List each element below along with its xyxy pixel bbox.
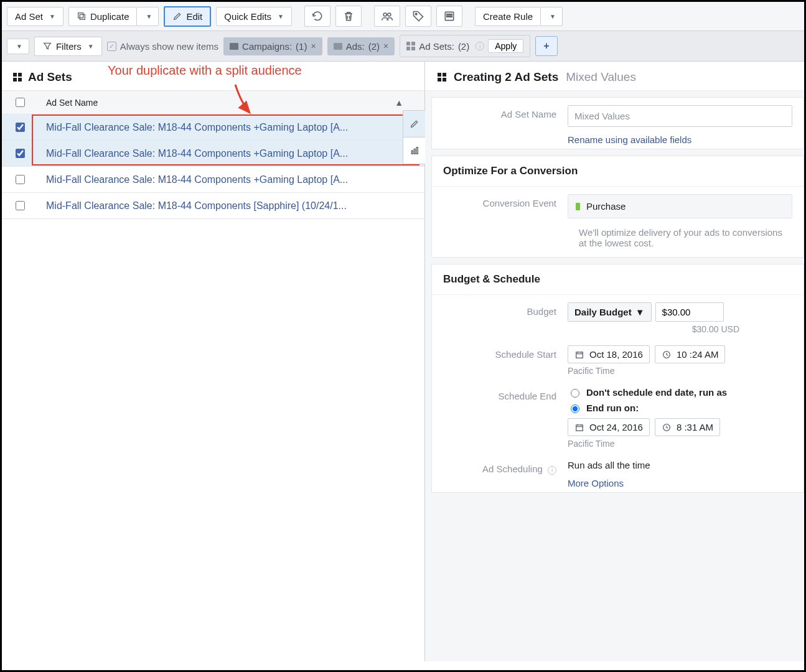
- filter-ads-count: (2): [368, 41, 380, 52]
- bar-chart-icon: [410, 146, 419, 156]
- calendar-icon: [574, 422, 584, 432]
- budget-type-value: Daily Budget: [574, 307, 632, 317]
- edit-button[interactable]: Edit: [164, 6, 211, 27]
- row-checkbox[interactable]: [16, 123, 25, 132]
- schedule-end-label: Schedule End: [443, 387, 568, 401]
- row-checkbox[interactable]: [16, 201, 25, 210]
- budget-section-title: Budget & Schedule: [432, 264, 804, 295]
- svg-point-4: [415, 13, 417, 15]
- checkmark-icon: ✓: [107, 42, 116, 51]
- chevron-down-icon: ▼: [49, 13, 55, 20]
- table-row[interactable]: Mid-Fall Clearance Sale: M18-44 Componen…: [2, 167, 424, 193]
- adset-dropdown[interactable]: Ad Set ▼: [7, 7, 63, 26]
- schedule-start-date[interactable]: Oct 18, 2016: [568, 345, 650, 363]
- add-filter-button[interactable]: +: [535, 36, 557, 56]
- radio-dont-schedule[interactable]: [571, 389, 579, 398]
- duplicate-label: Duplicate: [90, 11, 129, 22]
- chevron-down-icon: ▼: [16, 43, 22, 50]
- adset-link[interactable]: Mid-Fall Clearance Sale: M18-44 Componen…: [46, 148, 348, 159]
- budget-label: Budget: [443, 302, 568, 317]
- schedule-start-time-value: 10 :24 AM: [677, 349, 719, 360]
- duplicate-icon: [77, 11, 87, 21]
- side-tab-chart[interactable]: [403, 137, 425, 164]
- conversion-value: Purchase: [586, 201, 626, 212]
- table-row[interactable]: Mid-Fall Clearance Sale: M18-44 Componen…: [2, 141, 424, 167]
- col-name-header[interactable]: Ad Set Name: [46, 98, 98, 108]
- end-option-run[interactable]: End run on:: [568, 403, 792, 413]
- filter-campaigns-label: Campaigns:: [242, 41, 292, 52]
- duplicate-dropdown[interactable]: ▼: [137, 7, 159, 26]
- form-row-schedule-start: Schedule Start Oct 18, 2016 10 :24 AM: [432, 338, 804, 380]
- filters-button[interactable]: Filters ▼: [34, 37, 102, 56]
- panel-title: Creating 2 Ad Sets: [454, 70, 558, 84]
- schedule-start-time[interactable]: 10 :24 AM: [655, 345, 726, 363]
- schedule-end-date[interactable]: Oct 24, 2016: [568, 418, 650, 436]
- window-frame: Ad Set ▼ Duplicate ▼ Edit Quick Edits ▼: [0, 0, 806, 672]
- calendar-icon: [574, 350, 584, 360]
- close-icon[interactable]: ×: [383, 41, 388, 51]
- grid-icon: [13, 73, 22, 82]
- filter-pill-ads[interactable]: Ads: (2) ×: [327, 37, 395, 55]
- adset-link[interactable]: Mid-Fall Clearance Sale: M18-44 Componen…: [46, 122, 348, 133]
- sort-asc-icon[interactable]: ▲: [395, 98, 403, 108]
- optimize-section-title: Optimize For a Conversion: [432, 156, 804, 187]
- schedule-end-time[interactable]: 8 :31 AM: [655, 418, 720, 436]
- grid-icon: [438, 73, 446, 82]
- always-show-toggle[interactable]: ✓ Always show new items: [107, 41, 218, 52]
- row-checkbox[interactable]: [16, 175, 25, 184]
- right-pane: Creating 2 Ad Sets Mixed Values Ad Set N…: [425, 62, 804, 661]
- filter-pill-adsets[interactable]: Ad Sets: (2) i Apply: [400, 35, 530, 57]
- trash-icon: [342, 10, 355, 22]
- quick-edits-button[interactable]: Quick Edits ▼: [216, 7, 292, 26]
- panel-header: Creating 2 Ad Sets Mixed Values: [425, 62, 804, 91]
- adset-link[interactable]: Mid-Fall Clearance Sale: M18-44 Componen…: [46, 200, 347, 212]
- svg-rect-11: [576, 352, 583, 358]
- budget-subtext: $30.00 USD: [568, 324, 742, 334]
- filters-label: Filters: [56, 41, 82, 52]
- row-checkbox[interactable]: [16, 149, 25, 158]
- svg-rect-10: [416, 147, 418, 154]
- report-button[interactable]: [436, 6, 462, 27]
- grid-icon: [406, 42, 415, 50]
- table-row[interactable]: Mid-Fall Clearance Sale: M18-44 Componen…: [2, 114, 424, 141]
- adset-link[interactable]: Mid-Fall Clearance Sale: M18-44 Componen…: [46, 174, 348, 185]
- list-title: Ad Sets: [28, 70, 72, 84]
- filter-icon: [42, 41, 52, 51]
- undo-button[interactable]: [304, 6, 330, 27]
- conversion-event-select[interactable]: Purchase: [568, 194, 792, 218]
- always-show-label: Always show new items: [120, 41, 218, 52]
- svg-rect-0: [78, 13, 83, 18]
- close-icon[interactable]: ×: [311, 41, 316, 51]
- audience-button[interactable]: [374, 6, 400, 27]
- more-options-link[interactable]: More Options: [568, 478, 624, 488]
- table-rows: Mid-Fall Clearance Sale: M18-44 Componen…: [2, 114, 424, 219]
- delete-button[interactable]: [335, 6, 362, 27]
- adset-name-input[interactable]: [568, 105, 792, 127]
- card-optimize: Optimize For a Conversion Conversion Eve…: [431, 156, 804, 258]
- apply-button[interactable]: Apply: [488, 39, 523, 53]
- create-rule-dropdown[interactable]: ▼: [541, 7, 563, 26]
- edit-label: Edit: [186, 11, 202, 22]
- schedule-end-tz: Pacific Time: [568, 439, 792, 449]
- radio-end-run-on[interactable]: [571, 404, 579, 413]
- side-tab-edit[interactable]: [403, 110, 425, 138]
- conversion-hint: We'll optimize delivery of your ads to c…: [432, 222, 804, 257]
- table-row[interactable]: Mid-Fall Clearance Sale: M18-44 Componen…: [2, 193, 424, 219]
- chevron-down-icon: ▼: [635, 307, 645, 317]
- tag-button[interactable]: [405, 6, 431, 27]
- rename-link[interactable]: Rename using available fields: [568, 134, 691, 145]
- budget-type-select[interactable]: Daily Budget ▼: [568, 302, 652, 322]
- search-dropdown-button[interactable]: ▼: [7, 39, 29, 54]
- end-option-run-label: End run on:: [586, 403, 639, 413]
- budget-amount-input[interactable]: [655, 302, 724, 322]
- select-all-checkbox[interactable]: [16, 98, 25, 107]
- duplicate-button[interactable]: Duplicate: [68, 7, 138, 26]
- end-option-dont[interactable]: Don't schedule end date, run as: [568, 387, 792, 398]
- filter-pill-campaigns[interactable]: Campaigns: (1) ×: [223, 37, 322, 55]
- svg-rect-7: [447, 16, 452, 17]
- svg-rect-8: [411, 151, 413, 154]
- quick-edits-label: Quick Edits: [224, 11, 271, 22]
- end-option-dont-label: Don't schedule end date, run as: [586, 387, 727, 398]
- create-rule-label: Create Rule: [483, 11, 533, 22]
- create-rule-button[interactable]: Create Rule: [475, 7, 541, 26]
